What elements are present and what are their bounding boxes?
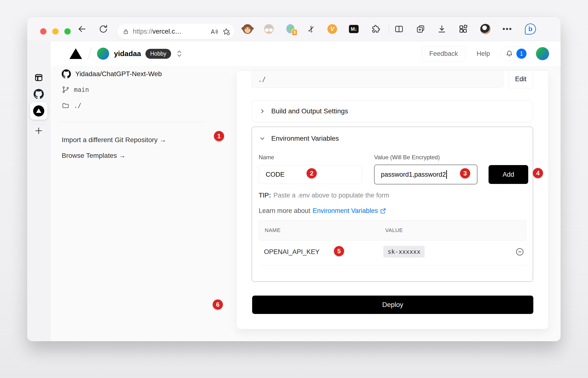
browse-templates-link[interactable]: Browse Templates → [62, 152, 126, 160]
branch-name: main [74, 86, 89, 93]
bell-icon [505, 50, 514, 58]
github-tab-icon[interactable] [27, 89, 50, 99]
value-field-label: Value (Will Be Encrypted) [374, 154, 440, 161]
notifications-button[interactable]: 1 [500, 47, 529, 61]
vimium-extension-icon[interactable]: V [327, 17, 338, 41]
add-env-var-button[interactable]: Add [488, 165, 528, 184]
vercel-page: yidadaa Hobby Feedback Help 1 [51, 41, 561, 341]
vercel-logo-icon [33, 105, 44, 117]
favorite-star-icon[interactable] [222, 27, 230, 36]
deploy-button[interactable]: Deploy [252, 296, 533, 314]
folder-icon [62, 102, 70, 109]
repo-name: Yidadaa/ChatGPT-Next-Web [75, 70, 162, 78]
user-avatar[interactable] [536, 47, 549, 60]
root-dir-label: ./ [74, 102, 81, 109]
tampermonkey-extension-icon[interactable] [242, 17, 253, 41]
translator-extension-icon[interactable]: 3 [286, 17, 297, 41]
downloads-icon[interactable] [437, 17, 447, 41]
translator-badge: 3 [292, 29, 297, 36]
new-tab-plus-icon[interactable] [27, 125, 50, 136]
sidebar-divider [31, 124, 46, 124]
browser-window: https://vercel.c… 3 ✂ V M↓ [27, 17, 561, 341]
team-avatar[interactable] [97, 48, 109, 60]
url-host: vercel.c… [152, 28, 182, 35]
vercel-triangle-logo[interactable] [70, 48, 82, 59]
annotation-badge-4: 4 [533, 168, 543, 178]
markdown-extension-icon[interactable]: M↓ [348, 17, 359, 41]
env-table-header: NAME VALUE [259, 220, 527, 241]
scope-selector-icon[interactable] [176, 50, 182, 58]
build-output-settings-title: Build and Output Settings [271, 107, 348, 115]
url-text: https://vercel.c… [133, 28, 182, 35]
name-field-label: Name [259, 154, 274, 161]
env-row-value: sk-xxxxxx [383, 246, 425, 258]
branch-row: main [62, 86, 89, 94]
close-window-button[interactable] [40, 28, 46, 35]
toolbar-divider [389, 24, 389, 34]
notification-count-badge: 1 [516, 49, 527, 59]
env-row-name: OPENAI_API_KEY [264, 248, 320, 256]
profile-avatar[interactable] [480, 17, 491, 41]
lock-icon [122, 28, 129, 35]
split-screen-icon[interactable] [394, 17, 404, 41]
back-icon[interactable] [76, 17, 87, 41]
value-column-header: VALUE [385, 227, 403, 233]
feedback-button[interactable]: Feedback [422, 46, 466, 61]
chevron-down-icon [260, 136, 265, 141]
env-table-row: OPENAI_API_KEY sk-xxxxxx [259, 241, 527, 265]
extensions-puzzle-icon[interactable] [370, 17, 381, 41]
address-bar[interactable]: https://vercel.c… [117, 24, 234, 39]
vercel-header: yidadaa Hobby Feedback Help 1 [51, 41, 561, 66]
annotation-badge-6: 6 [213, 299, 223, 310]
environment-variables-docs-link[interactable]: Environment Variables [313, 207, 386, 215]
name-column-header: NAME [265, 227, 281, 233]
root-directory-input[interactable]: ./ [252, 71, 503, 88]
avatar-extension-icon[interactable] [263, 17, 274, 41]
collections-icon[interactable] [415, 17, 426, 41]
edit-button[interactable]: Edit [509, 71, 533, 88]
annotation-badge-3: 3 [460, 168, 470, 178]
env-row-divider [259, 265, 527, 265]
remove-env-var-button[interactable] [515, 247, 524, 256]
environment-variables-section: Environment Variables Name Value (Will B… [252, 127, 533, 282]
refresh-icon[interactable] [98, 17, 109, 41]
annotation-badge-2: 2 [307, 168, 317, 178]
scissors-extension-icon[interactable]: ✂ [306, 17, 317, 41]
repo-row: Yidadaa/ChatGPT-Next-Web [62, 69, 162, 79]
annotation-badge-1: 1 [214, 131, 224, 141]
root-dir-row: ./ [62, 102, 81, 109]
text-caret [446, 170, 447, 179]
tip-text: TIP:Paste a .env above to populate the f… [259, 192, 389, 199]
git-branch-icon [62, 86, 70, 94]
read-aloud-icon[interactable] [210, 27, 218, 36]
more-menu-icon[interactable]: ••• [502, 17, 513, 41]
breadcrumb-slash [87, 47, 92, 60]
help-link[interactable]: Help [476, 50, 490, 57]
plan-badge: Hobby [145, 49, 171, 59]
external-link-icon [380, 208, 386, 214]
sidebar-panel-icon[interactable] [27, 72, 50, 83]
annotation-badge-5: 5 [334, 246, 344, 256]
github-icon [62, 69, 71, 79]
chevron-right-icon [260, 108, 265, 114]
minimize-window-button[interactable] [52, 28, 58, 35]
left-panel-divider [62, 122, 203, 122]
browser-toolbar: https://vercel.c… 3 ✂ V M↓ [27, 17, 561, 41]
learn-more-line: Learn more about Environment Variables [259, 207, 386, 215]
import-project-card: ./ Edit Build and Output Settings Enviro… [237, 71, 548, 329]
url-scheme: https:// [133, 28, 152, 35]
zoom-window-button[interactable] [64, 28, 71, 35]
build-output-settings-accordion[interactable]: Build and Output Settings [252, 100, 533, 122]
vercel-tab-active[interactable] [30, 102, 47, 120]
team-name: yidadaa [114, 50, 141, 58]
import-different-repo-link[interactable]: Import a different Git Repository → [62, 136, 166, 144]
environment-variables-accordion[interactable]: Environment Variables [260, 135, 339, 142]
environment-variables-title: Environment Variables [271, 135, 339, 142]
browser-sidebar [27, 41, 50, 341]
bing-chat-icon[interactable]: b [524, 17, 536, 41]
apps-launcher-icon[interactable] [458, 17, 469, 41]
